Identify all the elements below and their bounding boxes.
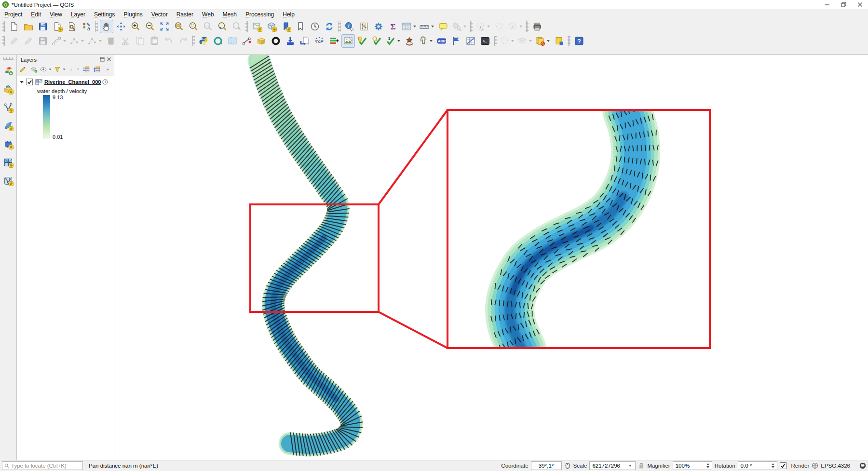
copy-features-icon[interactable] — [133, 34, 147, 48]
menu-item-web[interactable]: Web — [198, 10, 218, 19]
panel-close-icon[interactable] — [107, 57, 111, 63]
spinner-arrows-icon[interactable] — [706, 463, 709, 468]
manage-map-themes-icon[interactable] — [39, 64, 53, 75]
filter-legend-icon[interactable] — [53, 64, 67, 75]
panel-float-icon[interactable] — [100, 57, 105, 63]
chart-plugin-icon[interactable] — [449, 34, 463, 48]
delete-selected-icon[interactable] — [104, 34, 118, 48]
select-by-expression-icon[interactable]: ε — [507, 20, 524, 33]
new-spatial-bookmark-icon[interactable] — [279, 20, 293, 33]
topology-checker-icon[interactable]: 1 — [385, 34, 402, 48]
epsg-label[interactable]: EPSG:4326 — [821, 463, 850, 469]
new-shapefile-layer-icon[interactable] — [1, 101, 15, 114]
pan-map-icon[interactable] — [100, 20, 113, 33]
deselect-features-icon[interactable] — [492, 20, 506, 33]
tcf-plugin-icon[interactable]: TCF — [312, 34, 326, 48]
new-map-view-icon[interactable] — [250, 20, 264, 33]
paste-layer-style-icon[interactable] — [552, 34, 566, 48]
save-project-icon[interactable] — [36, 20, 50, 33]
new-3d-map-view-icon[interactable] — [265, 20, 278, 33]
pan-to-selection-icon[interactable] — [114, 20, 128, 33]
geometry-checker-icon[interactable] — [356, 34, 369, 48]
qgis2threejs-icon[interactable] — [255, 34, 268, 48]
expand-all-icon[interactable] — [81, 64, 92, 75]
vertex-tool-icon[interactable] — [68, 34, 85, 48]
restore-button[interactable] — [835, 0, 852, 9]
map-tips-icon[interactable] — [436, 20, 450, 33]
raster-plugin-icon[interactable] — [341, 34, 355, 48]
menu-item-plugins[interactable]: Plugins — [119, 10, 147, 19]
style-manager-icon[interactable]: a — [80, 20, 93, 33]
current-edits-icon[interactable] — [7, 34, 21, 48]
layer-name[interactable]: Riverine_Channel_000 — [44, 79, 101, 85]
extents-toggle-icon[interactable] — [564, 462, 571, 469]
rotate-feature-icon[interactable] — [516, 34, 533, 48]
menu-item-vector[interactable]: Vector — [147, 10, 172, 19]
scale-combobox[interactable]: 621727296 — [589, 461, 636, 470]
show-spatial-bookmarks-icon[interactable] — [294, 20, 307, 33]
zoom-last-icon[interactable] — [216, 20, 229, 33]
bug-plugin-icon[interactable] — [403, 34, 416, 48]
menu-item-help[interactable]: Help — [278, 10, 299, 19]
new-geopackage-layer-icon[interactable] — [1, 82, 15, 96]
map-canvas[interactable] — [114, 55, 868, 460]
menu-item-edit[interactable]: Edit — [27, 10, 45, 19]
terminal-plugin-icon[interactable]: >_ — [478, 34, 492, 48]
coordinate-input[interactable]: 39°,1° — [531, 461, 562, 470]
menu-item-project[interactable]: Project — [0, 10, 27, 19]
add-raster-layer-icon[interactable] — [1, 137, 15, 151]
add-group-icon[interactable] — [28, 64, 39, 75]
menu-item-processing[interactable]: Processing — [241, 10, 278, 19]
select-features-icon[interactable] — [475, 20, 491, 33]
open-layer-styling-icon[interactable] — [18, 64, 28, 75]
processing-toolbox-icon[interactable] — [372, 20, 385, 33]
menu-item-layer[interactable]: Layer — [67, 10, 90, 19]
menu-item-view[interactable]: View — [45, 10, 67, 19]
spinner-arrows-icon[interactable] — [772, 463, 774, 468]
messages-icon[interactable] — [859, 462, 866, 469]
vector-plugin-icon[interactable] — [240, 34, 254, 48]
filter-by-expression-icon[interactable]: ε — [67, 64, 81, 75]
copy-layer-style-icon[interactable] — [534, 34, 551, 48]
panel-overflow-icon[interactable]: » — [102, 64, 113, 75]
zoom-to-selection-icon[interactable] — [187, 20, 200, 33]
close-button[interactable] — [852, 0, 868, 9]
menu-item-raster[interactable]: Raster — [172, 10, 198, 19]
move-feature-icon[interactable] — [499, 34, 515, 48]
globe-crs-icon[interactable] — [812, 462, 818, 469]
layout-printer-icon[interactable] — [530, 20, 544, 33]
add-feature-icon[interactable] — [51, 34, 68, 48]
menu-item-mesh[interactable]: Mesh — [218, 10, 241, 19]
new-spatialite-layer-icon[interactable] — [1, 119, 15, 133]
export-layer-icon[interactable] — [298, 34, 312, 48]
redo-icon[interactable] — [176, 34, 190, 48]
crayfish-plugin-icon[interactable] — [269, 34, 283, 48]
zoom-to-layer-icon[interactable] — [172, 20, 186, 33]
import-layer-icon[interactable] — [284, 34, 297, 48]
quality-assurance-icon[interactable] — [370, 34, 384, 48]
add-vector-tile-layer-icon[interactable] — [1, 174, 15, 188]
menu-item-settings[interactable]: Settings — [90, 10, 119, 19]
toggle-editing-icon[interactable] — [22, 34, 35, 48]
python-console-icon[interactable] — [197, 34, 210, 48]
new-print-layout-icon[interactable] — [51, 20, 64, 33]
statistical-summary-icon[interactable]: Σ — [386, 20, 400, 33]
cut-features-icon[interactable] — [119, 34, 132, 48]
locator-input[interactable]: Type to locate (Ctrl+K) — [2, 461, 83, 470]
field-calculator-icon[interactable] — [357, 20, 371, 33]
render-checkbox[interactable] — [780, 462, 787, 469]
help-icon[interactable]: ? — [572, 34, 586, 48]
zoom-next-icon[interactable] — [230, 20, 244, 33]
paste-features-icon[interactable] — [148, 34, 161, 48]
open-data-source-manager-icon[interactable] — [1, 64, 15, 78]
rotation-spinbox[interactable]: 0.0 ° — [738, 461, 777, 470]
zoom-full-icon[interactable] — [158, 20, 171, 33]
new-project-icon[interactable] — [7, 20, 21, 33]
arr-plugin-icon[interactable]: ARR — [435, 34, 448, 48]
lock-scale-icon[interactable] — [638, 462, 645, 469]
refresh-map-icon[interactable] — [323, 20, 336, 33]
quickwkt-icon[interactable] — [211, 34, 225, 48]
identify-features-icon[interactable]: i — [343, 20, 356, 33]
zoom-out-icon[interactable] — [143, 20, 157, 33]
add-mesh-layer-icon[interactable] — [1, 156, 15, 169]
